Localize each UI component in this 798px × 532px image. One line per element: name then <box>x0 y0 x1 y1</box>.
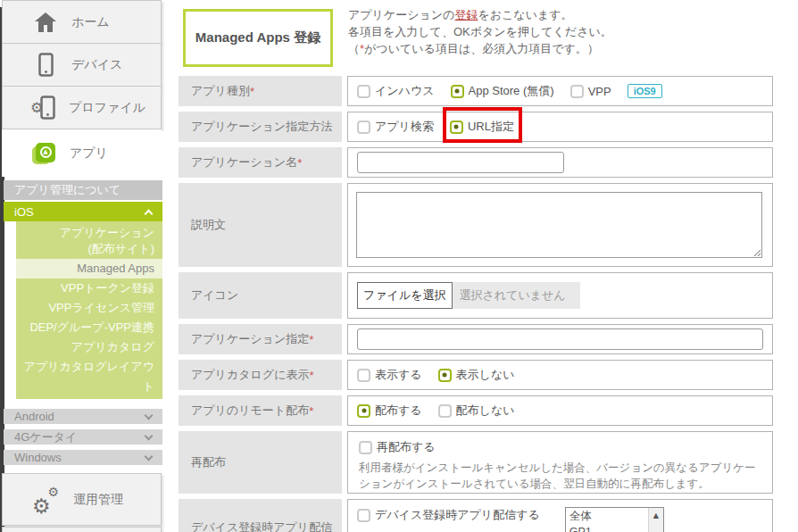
form-row-app-specify-method: アプリケーション指定方法 アプリ検索 URL指定 <box>179 112 798 142</box>
page-title: Managed Apps 登録 <box>183 9 333 67</box>
radio-display[interactable]: 表示する <box>357 367 422 383</box>
field-label: アイコン <box>179 272 342 319</box>
list-item[interactable]: 全体 <box>566 508 648 524</box>
sidebar-item-home[interactable]: ホーム <box>2 0 162 44</box>
sidebar-item-settings[interactable]: 設定 <box>2 527 162 532</box>
radio-icon <box>357 369 370 382</box>
description-line-2: 各項目を入力して、OKボタンを押してください。 <box>348 23 612 40</box>
form-row-catalog-display: アプリカタログに表示* 表示する 表示しない <box>179 360 798 390</box>
radio-vpp[interactable]: VPP <box>570 85 611 98</box>
radio-no-distribute[interactable]: 配布しない <box>438 403 515 419</box>
sidebar-item-apps[interactable]: アプリ <box>2 129 162 177</box>
group-list: 全体 GP1 <box>566 508 648 532</box>
redistribution-note: 利用者様がインストールキャンセルした場合、バージョンの異なるアプリケーションがイ… <box>359 460 761 492</box>
field-label: アプリのリモート配布* <box>179 395 342 426</box>
radio-icon <box>357 121 370 134</box>
section-label: Android <box>14 410 54 423</box>
radio-distribute[interactable]: 配布する <box>357 403 422 419</box>
checkbox-icon <box>359 441 372 454</box>
form-row-application-specify: アプリケーション指定* <box>179 324 798 354</box>
file-status-text: 選択されていません <box>453 287 566 303</box>
radio-inhouse[interactable]: インハウス <box>357 83 435 99</box>
sidebar-section-ios[interactable]: iOS <box>4 202 162 221</box>
sidebar-section-app-management-about[interactable]: アプリ管理について <box>4 180 162 200</box>
sidebar-item-label: アプリ <box>70 145 108 162</box>
sidebar-item-operation-management[interactable]: 運用管理 <box>2 473 162 526</box>
submenu-item-app-catalog-layout[interactable]: アプリカタログレイアウト <box>16 357 162 396</box>
form-row-redistribution: 再配布 再配布する 利用者様がインストールキャンセルした場合、バージョンの異なる… <box>179 431 798 494</box>
radio-no-display[interactable]: 表示しない <box>438 367 515 383</box>
remote-distribution-options: 配布する 配布しない <box>347 395 773 426</box>
section-label: アプリ管理について <box>14 182 121 198</box>
catalog-display-options: 表示する 表示しない <box>347 360 773 390</box>
radio-app-search[interactable]: アプリ検索 <box>357 119 434 135</box>
profile-icon <box>33 96 55 120</box>
submenu-item-vpp-license[interactable]: VPPライセンス管理 <box>16 298 162 318</box>
main-content: Managed Apps 登録 アプリケーションの登録をおこないます。 各項目を… <box>179 0 798 532</box>
sidebar-item-label: ホーム <box>71 14 110 30</box>
sidebar-item-label: 運用管理 <box>73 492 123 508</box>
description-textarea[interactable] <box>356 192 762 258</box>
field-label: デバイス登録時アプリ配信 <box>179 499 342 532</box>
field-label: 説明文 <box>179 183 342 267</box>
registration-form: アプリ種別* インハウス App Store (無償) VPP <box>179 76 798 532</box>
description-cell <box>347 183 773 267</box>
sidebar-item-devices[interactable]: デバイス <box>2 43 162 87</box>
file-input: ファイルを選択 選択されていません <box>357 282 580 309</box>
submenu-item-managed-apps[interactable]: Managed Apps <box>16 259 162 278</box>
register-link[interactable]: 登録 <box>454 8 478 21</box>
radio-selected-icon <box>450 121 463 134</box>
page-header: Managed Apps 登録 アプリケーションの登録をおこないます。 各項目を… <box>179 0 798 69</box>
application-name-input[interactable] <box>357 152 564 173</box>
radio-icon <box>570 85 584 98</box>
form-row-app-type: アプリ種別* インハウス App Store (無償) VPP <box>179 76 798 106</box>
file-select-button[interactable]: ファイルを選択 <box>357 282 453 309</box>
sidebar-section-4g-keitai[interactable]: 4Gケータイ <box>4 429 162 445</box>
scroll-up-icon[interactable] <box>653 511 659 520</box>
checkbox-deliver-on-device-registration[interactable]: デバイス登録時アプリ配信する <box>357 507 540 523</box>
submenu-item-app-catalog[interactable]: アプリカタログ <box>16 337 162 357</box>
sidebar-item-label: デバイス <box>71 57 122 73</box>
checkbox-redistribute[interactable]: 再配布する <box>359 439 436 455</box>
submenu-item-dep-group-vpp[interactable]: DEP/グループ-VPP連携 <box>16 318 162 337</box>
redistribution-cell: 再配布する 利用者様がインストールキャンセルした場合、バージョンの異なるアプリケ… <box>347 431 773 494</box>
field-label: アプリケーション指定* <box>179 324 342 354</box>
form-row-remote-distribution: アプリのリモート配布* 配布する 配布しない <box>179 395 798 426</box>
chevron-down-icon <box>145 411 154 420</box>
radio-selected-icon <box>451 85 464 98</box>
radio-appstore-free[interactable]: App Store (無償) <box>451 83 554 99</box>
checkbox-icon <box>357 509 370 522</box>
sidebar: ホーム デバイス プロファイル アプリ アプリ管理について iOS <box>0 0 175 532</box>
device-registration-delivery-cell: デバイス登録時アプリ配信する 全体 GP1 <box>347 499 773 532</box>
listbox-scrollbar[interactable] <box>648 508 663 532</box>
application-specify-cell <box>347 324 773 354</box>
description-line-3: （*がついている項目は、必須入力項目です。） <box>348 40 612 57</box>
form-row-description: 説明文 <box>179 183 798 267</box>
app-type-options: インハウス App Store (無償) VPP iOS9 <box>347 76 773 106</box>
sidebar-item-profile[interactable]: プロファイル <box>2 86 162 129</box>
sidebar-item-label: プロファイル <box>69 100 145 116</box>
application-specify-input[interactable] <box>357 328 763 350</box>
submenu-item-vpp-token[interactable]: VPPトークン登録 <box>16 278 162 298</box>
radio-selected-icon <box>438 369 452 382</box>
chevron-down-icon <box>145 432 154 441</box>
application-name-cell <box>347 147 773 178</box>
form-row-application-name: アプリケーション名* <box>179 147 798 178</box>
submenu-item-application-dist-site[interactable]: アプリケーション (配布サイト) <box>16 223 162 259</box>
field-label: アプリケーション指定方法 <box>179 112 342 142</box>
group-listbox[interactable]: 全体 GP1 <box>565 507 664 532</box>
page-description: アプリケーションの登録をおこないます。 各項目を入力して、OKボタンを押してくだ… <box>348 6 612 69</box>
chevron-down-icon <box>145 453 154 461</box>
field-label: アプリ種別* <box>179 76 342 106</box>
sidebar-section-android[interactable]: Android <box>4 409 162 424</box>
icon-cell: ファイルを選択 選択されていません <box>347 272 773 319</box>
section-label: Windows <box>14 451 62 464</box>
section-label: iOS <box>14 205 34 219</box>
sidebar-section-windows[interactable]: Windows <box>4 450 162 465</box>
list-item[interactable]: GP1 <box>566 524 648 532</box>
chevron-up-icon <box>145 209 154 218</box>
radio-selected-icon <box>357 404 370 418</box>
radio-url-specify[interactable]: URL指定 <box>450 119 514 135</box>
device-icon <box>33 53 58 77</box>
form-row-icon: アイコン ファイルを選択 選択されていません <box>179 272 798 319</box>
